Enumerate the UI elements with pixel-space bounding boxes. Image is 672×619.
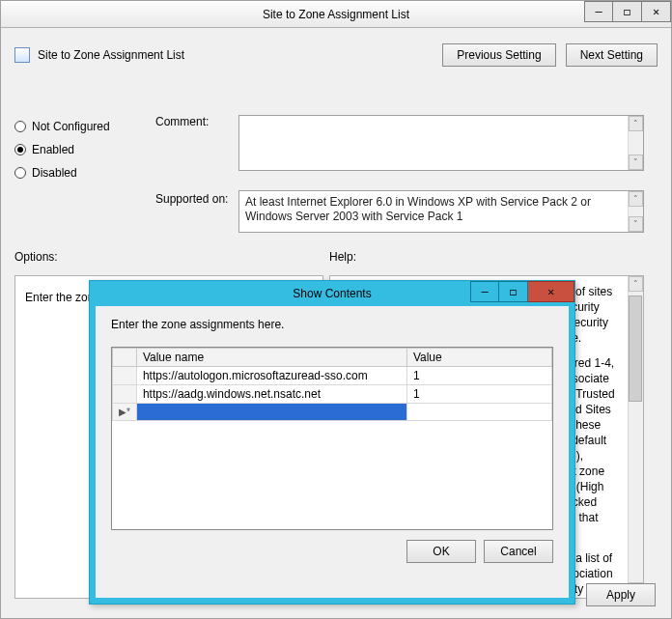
scroll-down-icon[interactable]: ˅ (629, 216, 643, 232)
window-title: Site to Zone Assignment List (1, 8, 671, 21)
window-buttons: — ◻ ✕ (584, 1, 671, 22)
supported-on-value: At least Internet Explorer 6.0 in Window… (245, 195, 591, 223)
value-cell[interactable] (406, 404, 551, 421)
dialog-instruction: Enter the zone assignments here. (111, 318, 553, 331)
row-header-cell[interactable] (113, 367, 137, 385)
value-name-cell[interactable]: https://autologon.microsoftazuread-sso.c… (136, 367, 406, 385)
radio-not-configured[interactable]: Not Configured (14, 115, 150, 138)
table-row-new[interactable]: ▶* (113, 404, 552, 421)
help-section-label: Help: (329, 250, 356, 264)
help-scrollbar[interactable]: ˄ ˅ (628, 276, 643, 598)
policy-title: Site to Zone Assignment List (38, 48, 184, 62)
section-labels: Options: Help: (14, 250, 652, 264)
supported-scrollbar[interactable]: ˄ ˅ (628, 191, 643, 232)
radio-label: Disabled (32, 166, 77, 180)
radio-label: Enabled (32, 143, 74, 156)
dialog-body: Enter the zone assignments here. Value n… (96, 306, 569, 598)
titlebar[interactable]: Site to Zone Assignment List — ◻ ✕ (1, 1, 671, 28)
dialog-titlebar[interactable]: Show Contents — ◻ ✕ (90, 281, 574, 306)
supported-on-text: At least Internet Explorer 6.0 in Window… (238, 190, 644, 233)
scrollbar-thumb[interactable] (629, 295, 642, 402)
row-header-cell[interactable] (113, 385, 137, 404)
dialog-footer: OK Cancel (111, 530, 553, 563)
dialog-window-buttons: — ◻ ✕ (470, 281, 574, 302)
footer-buttons: Apply (586, 583, 656, 606)
dialog-minimize-button[interactable]: — (470, 281, 499, 302)
value-name-cell[interactable]: https://aadg.windows.net.nsatc.net (136, 385, 406, 404)
minimize-button[interactable]: — (584, 1, 613, 22)
grid-header-row: Value name Value (113, 349, 552, 367)
previous-setting-button[interactable]: Previous Setting (442, 43, 555, 67)
apply-button[interactable]: Apply (586, 583, 656, 606)
dialog-maximize-button[interactable]: ◻ (499, 281, 528, 302)
next-setting-button[interactable]: Next Setting (566, 43, 658, 67)
options-section-label: Options: (14, 250, 329, 264)
comment-label: Comment: (155, 115, 209, 128)
show-contents-dialog: Show Contents — ◻ ✕ Enter the zone assig… (89, 280, 575, 605)
comment-scrollbar[interactable]: ˄ ˅ (628, 116, 643, 170)
radio-enabled[interactable]: Enabled (14, 138, 150, 161)
scroll-up-icon[interactable]: ˄ (629, 191, 643, 207)
zone-grid[interactable]: Value name Value https://autologon.micro… (111, 347, 553, 530)
ok-button[interactable]: OK (406, 540, 476, 563)
scroll-up-icon[interactable]: ˄ (629, 116, 643, 131)
state-radio-group: Not Configured Enabled Disabled (14, 115, 150, 184)
comment-textarea[interactable]: ˄ ˅ (238, 115, 644, 171)
cancel-button[interactable]: Cancel (484, 540, 553, 563)
radio-icon (14, 144, 26, 155)
header-row: Site to Zone Assignment List Previous Se… (14, 40, 658, 70)
value-cell[interactable]: 1 (406, 367, 551, 385)
col-header-value-name[interactable]: Value name (136, 349, 406, 367)
radio-icon (14, 121, 26, 132)
policy-icon (14, 47, 30, 63)
supported-on-label: Supported on: (155, 192, 228, 206)
new-row-marker[interactable]: ▶* (113, 404, 137, 421)
value-cell[interactable]: 1 (406, 385, 551, 404)
col-header-value[interactable]: Value (406, 349, 551, 367)
dialog-close-button[interactable]: ✕ (528, 281, 574, 302)
scroll-up-icon[interactable]: ˄ (629, 276, 643, 292)
maximize-button[interactable]: ◻ (613, 1, 642, 22)
scroll-down-icon[interactable]: ˅ (629, 155, 643, 170)
value-name-cell[interactable] (136, 404, 406, 421)
radio-disabled[interactable]: Disabled (14, 161, 150, 184)
grid-corner-cell (113, 349, 137, 367)
close-button[interactable]: ✕ (642, 1, 671, 22)
table-row[interactable]: https://aadg.windows.net.nsatc.net 1 (113, 385, 552, 404)
radio-icon (14, 167, 26, 179)
radio-label: Not Configured (32, 120, 110, 133)
table-row[interactable]: https://autologon.microsoftazuread-sso.c… (113, 367, 552, 385)
